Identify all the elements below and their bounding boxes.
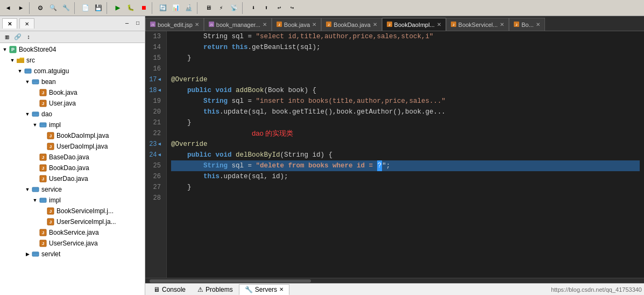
tree-icon-bean	[31, 78, 40, 86]
toolbar-btn-5[interactable]: 🔄	[157, 2, 169, 14]
link-editor-icon[interactable]: 🔗	[13, 32, 23, 42]
toolbar-btn-11[interactable]: ⬇	[247, 2, 259, 14]
tab-close-bookdaoimpl_java[interactable]: ✕	[437, 22, 441, 27]
tree-label-bookstore04: BookStore04	[19, 46, 56, 53]
code-segment: }	[171, 182, 192, 193]
sync-icon[interactable]: ↕	[24, 32, 33, 42]
tree-item-impl2[interactable]: ▼impl	[0, 195, 145, 206]
editor-tab-book_edit[interactable]: JSbook_edit.jsp✕	[145, 18, 204, 31]
toolbar-btn-1[interactable]: ⚙	[34, 2, 46, 14]
tree-item-service[interactable]: ▼service	[0, 184, 145, 195]
tab-package-explorer[interactable]: ✕	[2, 18, 17, 29]
tab-close-bookdao_java[interactable]: ✕	[373, 22, 377, 27]
bottom-tab-icon-console: 🖥	[153, 286, 160, 293]
editor-tab-bookservicel_java[interactable]: JBookServicel...✕	[446, 18, 509, 31]
toolbar-btn-7[interactable]: 🔬	[183, 2, 195, 14]
tab-label-bo: Bo...	[521, 22, 534, 28]
tree-item-bookdaoimpl.java[interactable]: JBookDaoImpl.java	[0, 130, 145, 141]
panel-close-icon[interactable]: ✕	[6, 20, 13, 27]
toolbar-btn-stop[interactable]: ⏹	[138, 2, 150, 14]
bottom-tab-console[interactable]: 🖥Console	[147, 284, 192, 295]
tree-icon-userserviceimpl.java: J	[46, 217, 55, 226]
code-content[interactable]: String sql = "select id,title,author,pri…	[167, 31, 644, 278]
code-segment: }	[171, 53, 192, 64]
editor-tab-bookdaoimpl_java[interactable]: JBookDaoImpl...✕	[382, 18, 446, 31]
bottom-tab-problems[interactable]: ⚠Problems	[192, 284, 239, 295]
tab-close-book_manager[interactable]: ✕	[263, 22, 267, 27]
scrollbar-thumb[interactable]	[150, 279, 311, 283]
tree-label-impl: impl	[49, 121, 61, 129]
svg-rect-2	[25, 69, 31, 73]
toolbar-btn-new[interactable]: 📄	[80, 2, 91, 14]
panel-close-outline-icon[interactable]: ✕	[23, 20, 31, 27]
collapse-all-icon[interactable]: ▥	[2, 32, 12, 42]
tab-outline[interactable]: ✕	[19, 18, 34, 29]
editor-tab-book_manager[interactable]: JSbook_manager...✕	[204, 18, 272, 31]
bottom-tab-servers[interactable]: 🔧Servers ✕	[239, 284, 289, 295]
svg-text:J: J	[328, 23, 329, 26]
editor-tab-bookdao_java[interactable]: JBookDao.java✕	[321, 18, 382, 31]
tree-arrow-impl2: ▼	[31, 198, 39, 203]
tab-close-bo[interactable]: ✕	[536, 22, 540, 27]
code-segment: void	[216, 85, 236, 96]
toolbar-btn-back[interactable]: ◀	[2, 2, 14, 14]
line-num-20: 20	[145, 107, 163, 117]
toolbar-btn-3[interactable]: 🔧	[60, 2, 72, 14]
tree-item-bookstore04[interactable]: ▼PBookStore04	[0, 44, 145, 55]
tree-item-src[interactable]: ▼src	[0, 55, 145, 66]
line-num-17: 17◀	[145, 74, 163, 85]
tree-item-userdao.java[interactable]: JUserDao.java	[0, 173, 145, 184]
tree-item-bookserviceimpl.java[interactable]: JBookServiceImpl.j...	[0, 206, 145, 216]
panel-minimize-icon[interactable]: —	[122, 19, 132, 29]
tree-label-bookservice.java: BookService.java	[49, 229, 99, 236]
svg-rect-12	[40, 123, 46, 127]
line-num-24: 24◀	[145, 150, 163, 160]
editor-tab-book_java[interactable]: JBook.java✕	[272, 18, 321, 31]
code-line-19: String sql = "insert into books(title,au…	[171, 96, 640, 107]
tree-item-servlet[interactable]: ▶servlet	[0, 249, 145, 259]
code-segment	[171, 42, 203, 53]
tree-item-bookservice.java[interactable]: JBookService.java	[0, 227, 145, 238]
toolbar-btn-save[interactable]: 💾	[93, 2, 104, 14]
horizontal-scrollbar[interactable]	[145, 278, 644, 283]
tree-view: ▼PBookStore04▼src▼com.atguigu▼beanJBook.…	[0, 43, 145, 295]
tree-item-userdaoimpl.java[interactable]: JUserDaoImpl.java	[0, 141, 145, 152]
tree-item-basedao.java[interactable]: JBaseDao.java	[0, 152, 145, 163]
tab-close-book_java[interactable]: ✕	[312, 22, 316, 27]
editor-tab-bo[interactable]: JBo...✕	[509, 18, 545, 31]
toolbar-btn-run[interactable]: ▶	[112, 2, 124, 14]
tree-item-user.java[interactable]: JUser.java	[0, 98, 145, 109]
tree-icon-impl2	[39, 196, 47, 205]
toolbar-btn-6[interactable]: 📊	[170, 2, 182, 14]
tree-item-userserviceimpl.java[interactable]: JUserServiceImpl.ja...	[0, 216, 145, 227]
toolbar-btn-14[interactable]: ↪	[286, 2, 298, 14]
tab-label-book_manager: book_manager...	[216, 22, 260, 28]
tree-item-bean[interactable]: ▼bean	[0, 76, 145, 87]
tab-icon-bookservicel_java: J	[451, 22, 456, 28]
tab-close-book_edit[interactable]: ✕	[195, 22, 199, 27]
toolbar-btn-debug[interactable]: 🐛	[125, 2, 137, 14]
toolbar-btn-12[interactable]: ⬆	[260, 2, 272, 14]
tree-icon-com.atguigu	[24, 67, 32, 75]
tree-item-dao[interactable]: ▼dao	[0, 109, 145, 120]
tree-label-user.java: User.java	[49, 100, 76, 107]
toolbar-btn-8[interactable]: 🖥	[202, 2, 214, 14]
toolbar-btn-10[interactable]: 📡	[228, 2, 240, 14]
bottom-tab-close-servers[interactable]: ✕	[279, 286, 284, 292]
panel-maximize-icon[interactable]: □	[133, 19, 143, 29]
toolbar-btn-9[interactable]: ⚡	[215, 2, 227, 14]
tab-label-book_java: Book.java	[284, 22, 310, 28]
tree-item-com.atguigu[interactable]: ▼com.atguigu	[0, 66, 145, 76]
toolbar-btn-2[interactable]: 🔍	[47, 2, 59, 14]
tree-item-bookdao.java[interactable]: JBookDao.java	[0, 163, 145, 173]
tree-item-impl[interactable]: ▼impl	[0, 120, 145, 130]
override-marker: ◀	[158, 74, 161, 85]
tab-close-bookservicel_java[interactable]: ✕	[500, 22, 504, 27]
tree-arrow-impl: ▼	[31, 122, 39, 128]
tree-item-userservice.java[interactable]: JUserService.java	[0, 238, 145, 249]
toolbar-btn-13[interactable]: ↩	[273, 2, 285, 14]
code-line-27: }	[171, 182, 640, 193]
toolbar-btn-fwd[interactable]: ▶	[15, 2, 27, 14]
tree-item-book.java[interactable]: JBook.java	[0, 87, 145, 98]
svg-rect-4	[32, 80, 39, 84]
